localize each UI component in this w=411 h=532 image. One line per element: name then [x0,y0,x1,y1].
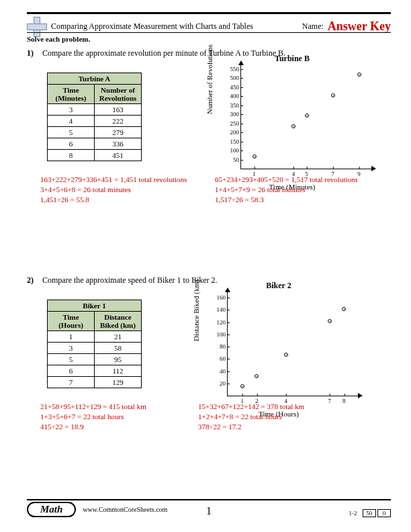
data-point [284,353,288,357]
y-tick: 20 [220,380,228,387]
table-row: 8451 [48,150,142,161]
y-tick: 500 [230,75,242,81]
page-number: 1 [206,505,212,517]
data-point [253,154,257,159]
chart-turbine-b: Turbine B Number of Revolutions 50100150… [208,54,376,188]
data-point [328,319,332,323]
x-tick: 9 [357,169,361,177]
footer-rule [27,499,391,500]
footer: Math www.CommonCoreSheets.com 1 1-2 50 0 [27,499,391,517]
y-tick: 100 [217,331,228,338]
table-row: 3163 [48,104,142,116]
table-row: 6112 [48,365,142,377]
data-point [291,124,295,128]
subject-pill: Math [27,502,76,517]
arrow-right-icon [358,393,363,398]
y-tick: 550 [230,66,242,73]
answer-key-label: Answer Key [328,19,391,34]
arrow-up-icon [238,60,244,65]
calc-right: 65+234+293+405+520 = 1,517 total revolut… [215,175,358,205]
top-rule [27,12,391,14]
y-tick: 40 [220,368,228,375]
data-point [240,384,244,388]
y-tick: 200 [230,129,242,136]
table-row: 4222 [48,116,142,127]
score-box: 0 [377,509,391,517]
y-tick: 60 [220,355,228,362]
y-tick: 80 [220,343,228,350]
plot-area: 2040608010012014016012478 [227,292,359,396]
data-point [342,307,346,311]
col-header: Number of Revolutions [95,85,142,104]
name-label: Name: [302,21,324,32]
calc-left: 21+58+95+112+129 = 415 total km 1+3+5+6+… [40,402,146,432]
y-tick: 250 [230,120,242,127]
table-row: 595 [48,354,142,365]
table-biker-1: Biker 1 Time (Hours) Distance Biked (km)… [47,300,142,388]
instruction-text: Solve each problem. [27,35,90,43]
data-point [255,374,259,378]
table-turbine-a: Turbine A Time (Minutes) Number of Revol… [47,73,142,161]
score-label: 1-2 [347,510,360,517]
score-boxes: 1-2 50 0 [347,509,392,517]
y-axis-label: Number of Revolutions [205,44,214,114]
problem-number: 1) [27,48,40,58]
y-tick: 160 [217,294,228,301]
x-tick: 7 [328,396,331,404]
table-row: 121 [48,331,142,343]
y-axis-label: Distance Biked (km) [192,279,200,341]
y-tick: 140 [217,306,228,313]
data-point [331,93,335,97]
arrow-right-icon [371,166,376,171]
data-point [357,73,361,77]
table-title: Biker 1 [48,300,142,312]
y-tick: 300 [230,111,242,118]
chart-title: Biker 2 [195,281,363,291]
y-tick: 350 [230,102,242,109]
col-header: Time (Minutes) [48,85,95,104]
problem-text: Compare the approximate speed of Biker 1… [42,275,218,285]
plot-area: 5010015020025030035040045050055014579 [240,64,372,169]
y-tick: 450 [230,84,242,91]
score-box: 50 [363,509,376,517]
x-tick: 8 [342,396,346,404]
data-point [305,114,309,118]
header-rule [27,32,391,33]
table-row: 5279 [48,127,142,138]
calc-right: 15+32+67+122+142 = 378 total km 1+2+4+7+… [198,402,304,432]
calc-left: 163+222+279+336+451 = 1,451 total revolu… [40,175,187,205]
y-tick: 150 [230,138,242,145]
y-tick: 400 [230,93,242,99]
table-title: Turbine A [48,73,142,85]
site-url: www.CommonCoreSheets.com [83,506,167,513]
y-tick: 100 [230,147,242,154]
table-row: 6336 [48,138,142,150]
y-tick: 50 [233,157,241,163]
problem-number: 2) [27,275,40,285]
table-row: 7129 [48,377,142,388]
chart-biker-2: Biker 2 Distance Biked (km) 204060801001… [195,281,363,415]
worksheet-title: Comparing Approximate Measurement with C… [51,21,298,32]
arrow-up-icon [225,287,230,292]
col-header: Distance Biked (km) [95,312,142,331]
y-tick: 120 [217,319,228,326]
col-header: Time (Hours) [48,312,95,331]
table-row: 358 [48,343,142,354]
chart-title: Turbine B [208,54,376,64]
